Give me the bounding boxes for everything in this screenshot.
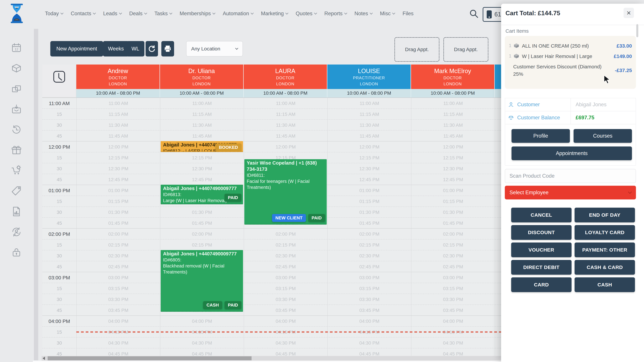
report-icon[interactable] [11, 206, 22, 217]
calendar-slot[interactable]: 02:15 PM [160, 240, 244, 250]
calendar-slot[interactable]: 11:15 AM [244, 109, 327, 120]
appointment-abigail-jones[interactable]: Abigail Jones | +4407490009777ID#6805:Bl… [161, 250, 243, 312]
payment-button-payment-other[interactable]: PAYMENT: OTHER [574, 243, 635, 257]
calendar-slot[interactable]: 04:30 PM [76, 338, 160, 349]
vertical-scrollbar[interactable] [34, 29, 38, 360]
select-employee-dropdown[interactable]: Select Employee [505, 186, 636, 199]
calendar-slot[interactable]: 02:45 PM [411, 261, 495, 272]
calendar-slot[interactable]: 02:15 PM [495, 240, 501, 250]
calendar-slot[interactable]: 11:15 AM [495, 109, 501, 120]
calendar-slot[interactable]: 03:30 PM [76, 294, 160, 305]
calendar-slot[interactable]: 11:15 AM [160, 109, 244, 120]
calendar-slot[interactable]: 02:15 PM [76, 240, 160, 250]
nav-item-reports[interactable]: Reports [324, 10, 347, 16]
waitlist-button[interactable]: WL [126, 41, 144, 56]
calendar-slot[interactable]: 12:45 PM [327, 174, 411, 185]
calendar-slot[interactable]: 11:00 AM [411, 98, 495, 109]
calendar-slot[interactable]: 02:45 PM [244, 261, 327, 272]
calendar-slot[interactable]: 02:00 PM [244, 229, 327, 240]
calendar-slot[interactable]: 11:15 AM [327, 109, 411, 120]
calendar-slot[interactable]: 03:00 PM [76, 272, 160, 283]
calendar-slot[interactable]: 04:00 PM [411, 316, 495, 327]
calendar-slot[interactable]: 04:30 PM [327, 338, 411, 349]
calendar-slot[interactable]: 01:00 PM [327, 185, 411, 196]
scan-product-code-input[interactable] [505, 169, 636, 183]
calendar-slot[interactable]: 03:15 PM [76, 283, 160, 294]
calendar-slot[interactable]: 02:00 PM [327, 229, 411, 240]
lock-icon[interactable] [11, 247, 22, 258]
horizontal-scrollbar[interactable] [42, 356, 501, 361]
print-icon[interactable] [161, 41, 174, 56]
calendar-slot[interactable]: 03:30 PM [327, 294, 411, 305]
calendar-slot[interactable]: 01:00 PM [495, 185, 501, 196]
nav-item-automation[interactable]: Automation [223, 10, 253, 16]
calendar-slot[interactable]: 11:00 AM [160, 98, 244, 109]
calendar-slot[interactable]: 12:15 PM [76, 152, 160, 163]
history-icon[interactable] [11, 124, 22, 135]
calendar-slot[interactable]: 11:00 AM [495, 98, 501, 109]
calendar-slot[interactable]: 12:45 PM [411, 174, 495, 185]
profile-button[interactable]: Profile [512, 129, 570, 143]
customer-row[interactable]: Customer Abigail Jones [505, 98, 636, 111]
calendar-slot[interactable]: 03:45 PM [495, 305, 501, 316]
calendar-slot[interactable]: 03:15 PM [327, 283, 411, 294]
calendar-slot[interactable]: 01:00 PM [76, 185, 160, 196]
staff-column-header-mark-mcelroy[interactable]: Mark McElroyDOCTORLONDON [411, 64, 495, 89]
calendar-slot[interactable]: 03:00 PM [411, 272, 495, 283]
calendar-slot[interactable]: 02:15 PM [327, 240, 411, 250]
staff-column-header-dr-uliana[interactable]: Dr. UlianaDOCTORLONDON [160, 64, 244, 89]
calendar-slot[interactable]: 01:45 PM [76, 218, 160, 229]
payment-button-direct-debit[interactable]: DIRECT DEBIT [511, 260, 572, 275]
calendar-slot[interactable]: 11:00 AM [244, 98, 327, 109]
location-select[interactable]: Any Location [186, 41, 243, 56]
calendar-slot[interactable]: 12:00 PM [495, 141, 501, 152]
cart-scrollbar-thumb[interactable] [636, 24, 638, 37]
payment-button-voucher[interactable]: VOUCHER [511, 243, 572, 257]
calendar-slot[interactable]: 01:45 PM [411, 218, 495, 229]
calendar-slot[interactable]: 02:15 PM [411, 240, 495, 250]
calendar-slot[interactable]: 02:15 PM [244, 240, 327, 250]
calendar-slot[interactable]: 12:45 PM [160, 174, 244, 185]
calendar-slot[interactable]: 11:30 AM [76, 120, 160, 131]
calendar-slot[interactable]: 11:45 AM [160, 131, 244, 141]
calendar-slot[interactable]: 12:30 PM [495, 163, 501, 174]
calendar-slot[interactable]: 04:30 PM [244, 338, 327, 349]
nav-item-tasks[interactable]: Tasks [154, 10, 172, 16]
copy-icon[interactable] [11, 83, 22, 94]
calendar-slot[interactable]: 04:00 PM [495, 316, 501, 327]
price-tag-icon[interactable] [11, 186, 22, 196]
calendar-slot[interactable]: 01:15 PM [495, 196, 501, 207]
courses-button[interactable]: Courses [574, 129, 632, 143]
calendar-slot[interactable]: 12:15 PM [411, 152, 495, 163]
gift-icon[interactable] [11, 145, 22, 156]
cart-item[interactable]: 1ALL IN ONE CREAM (250 ml)£33.00 [509, 42, 632, 50]
nav-item-quotes[interactable]: Quotes [296, 10, 317, 16]
calendar-slot[interactable]: 01:15 PM [76, 196, 160, 207]
calendar-slot[interactable]: 02:00 PM [76, 229, 160, 240]
staff-column-header-x[interactable] [495, 64, 501, 89]
calendar-slot[interactable]: 04:30 PM [160, 338, 244, 349]
payment-button-cash-card[interactable]: CASH & CARD [574, 260, 635, 275]
calendar-slot[interactable]: 11:45 AM [411, 131, 495, 141]
calendar-slot[interactable]: 03:45 PM [327, 305, 411, 316]
weeks-button[interactable]: Weeks [103, 41, 129, 56]
calendar-slot[interactable]: 11:30 AM [244, 120, 327, 131]
calendar-slot[interactable]: 12:15 PM [495, 152, 501, 163]
calendar-slot[interactable]: 12:15 PM [327, 152, 411, 163]
calendar-slot[interactable]: 02:00 PM [411, 229, 495, 240]
package-icon[interactable] [11, 63, 22, 74]
calendar-slot[interactable]: 02:30 PM [411, 250, 495, 261]
calendar-slot[interactable]: 03:15 PM [411, 283, 495, 294]
appointment-yasir-wise-copeland[interactable]: Yasir Wise Copeland | +1 (838) 734-3173I… [244, 159, 327, 225]
calendar-slot[interactable]: 03:00 PM [495, 272, 501, 283]
calendar-slot[interactable]: 02:30 PM [495, 250, 501, 261]
calendar-slot[interactable]: 12:00 PM [244, 141, 327, 152]
calendar-slot[interactable]: 11:15 AM [76, 109, 160, 120]
calendar-slot[interactable]: 01:30 PM [411, 207, 495, 218]
nav-item-marketing[interactable]: Marketing [261, 10, 288, 16]
appointment-abigail-jones[interactable]: Abigail Jones | +4407490009777ID#6812: -… [161, 141, 243, 152]
calendar-slot[interactable]: 01:30 PM [76, 207, 160, 218]
calendar-slot[interactable]: 11:30 AM [160, 120, 244, 131]
calendar-slot[interactable]: 12:30 PM [160, 163, 244, 174]
calendar-import-icon[interactable] [11, 104, 22, 115]
